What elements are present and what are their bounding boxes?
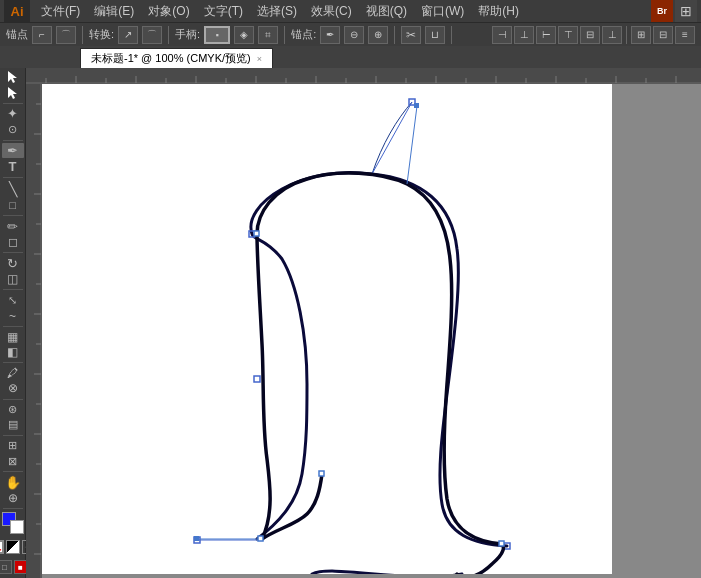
ruler-left (26, 84, 42, 578)
color-swatches: ⊘ □ ■ (2, 512, 24, 574)
menu-effect[interactable]: 效果(C) (304, 1, 359, 22)
tool-separator-2 (3, 140, 23, 141)
tool-separator-9 (3, 399, 23, 400)
handle-btn1[interactable]: ◈ (234, 26, 254, 44)
scissors-btn[interactable]: ✂ (401, 26, 421, 44)
selection-tool[interactable] (2, 70, 24, 84)
anchor-label: 锚点 (6, 27, 28, 42)
menu-window[interactable]: 窗口(W) (414, 1, 471, 22)
warp-tool[interactable]: ~ (2, 308, 24, 322)
hand-tool[interactable]: ✋ (2, 475, 24, 490)
anchor-smooth-btn[interactable]: ⌒ (56, 26, 76, 44)
anchor-type-btn[interactable]: ✒ (320, 26, 340, 44)
anchor-corner-btn[interactable]: ⌐ (32, 26, 52, 44)
align-middle-btn[interactable]: ⊟ (580, 26, 600, 44)
magic-wand-tool[interactable]: ✦ (2, 106, 24, 121)
rotate-tool[interactable]: ↻ (2, 256, 24, 271)
mirror-tool[interactable]: ◫ (2, 272, 24, 286)
main-area: ✦ ⊙ ✒ T ╲ □ ✏ ◻ ↻ ◫ ⤡ ~ ▦ ◧ 🖍 ⊗ ⊛ ▤ ⊞ ⊠ … (0, 68, 701, 578)
handle-btn2[interactable]: ⌗ (258, 26, 278, 44)
distribute-v-btn[interactable]: ⊟ (653, 26, 673, 44)
canvas-document[interactable] (42, 84, 612, 574)
symbol-tool[interactable]: ⊛ (2, 402, 24, 416)
align-center-btn[interactable]: ⊥ (514, 26, 534, 44)
eyedropper-tool[interactable]: 🖍 (2, 366, 24, 380)
menu-view[interactable]: 视图(Q) (359, 1, 414, 22)
scale-tool[interactable]: ⤡ (2, 293, 24, 307)
align-top-btn[interactable]: ⊤ (558, 26, 578, 44)
tool-separator-1 (3, 103, 23, 104)
eraser-tool[interactable]: ◻ (2, 235, 24, 249)
rect-tool[interactable]: □ (2, 198, 24, 212)
pen-tool[interactable]: ✒ (2, 143, 24, 158)
menu-bar: Ai 文件(F) 编辑(E) 对象(O) 文字(T) 选择(S) 效果(C) 视… (0, 0, 701, 22)
zoom-tool[interactable]: ⊕ (2, 491, 24, 505)
handle-label: 手柄: (175, 27, 200, 42)
tool-separator-5 (3, 252, 23, 253)
ruler-top (26, 68, 701, 84)
anchor-remove-btn[interactable]: ⊖ (344, 26, 364, 44)
none-icon[interactable] (0, 540, 4, 554)
more-btn[interactable]: ≡ (675, 26, 695, 44)
menu-select[interactable]: 选择(S) (250, 1, 304, 22)
column-graph-tool[interactable]: ▤ (2, 418, 24, 432)
workspace-icon[interactable]: ⊞ (675, 0, 697, 22)
align-bottom-btn[interactable]: ⊥ (602, 26, 622, 44)
divider5 (451, 26, 452, 44)
tool-separator-6 (3, 289, 23, 290)
anchor-add-btn[interactable]: ⊕ (368, 26, 388, 44)
screen-mode-row: □ ■ (0, 560, 28, 574)
transform-label: 转换: (89, 27, 114, 42)
align-left-btn[interactable]: ⊣ (492, 26, 512, 44)
app-logo: Ai (4, 0, 30, 22)
stroke-fill-indicator[interactable] (2, 512, 24, 534)
tool-separator-12 (3, 508, 23, 509)
slice-tool[interactable]: ⊠ (2, 454, 24, 468)
canvas-area (26, 68, 701, 578)
tool-separator-10 (3, 435, 23, 436)
type-tool[interactable]: T (2, 159, 24, 174)
menu-file[interactable]: 文件(F) (34, 1, 87, 22)
divider6 (626, 26, 627, 44)
tool-separator-7 (3, 326, 23, 327)
tool-separator-4 (3, 215, 23, 216)
bridge-icon[interactable]: Br (651, 0, 673, 22)
tool-separator-11 (3, 471, 23, 472)
lasso-tool[interactable]: ⊙ (2, 122, 24, 136)
line-tool[interactable]: ╲ (2, 181, 24, 197)
divider4 (394, 26, 395, 44)
menu-help[interactable]: 帮助(H) (471, 1, 526, 22)
menu-text[interactable]: 文字(T) (197, 1, 250, 22)
svg-marker-0 (8, 71, 17, 83)
graph-tool[interactable]: ▦ (2, 329, 24, 343)
menu-edit[interactable]: 编辑(E) (87, 1, 141, 22)
gradient-swatch[interactable] (6, 540, 20, 554)
blend-tool[interactable]: ⊗ (2, 381, 24, 395)
transform-btn2[interactable]: ⌒ (142, 26, 162, 44)
tab-bar: 未标题-1* @ 100% (CMYK/预览) × (0, 46, 701, 68)
tab-title: 未标题-1* @ 100% (CMYK/预览) (91, 51, 251, 66)
direct-selection-tool[interactable] (2, 85, 24, 99)
anchor2-label: 锚点: (291, 27, 316, 42)
normal-mode-btn[interactable]: □ (0, 560, 12, 574)
menu-object[interactable]: 对象(O) (141, 1, 196, 22)
divider2 (168, 26, 169, 44)
divider1 (82, 26, 83, 44)
transform-btn1[interactable]: ↗ (118, 26, 138, 44)
distribute-h-btn[interactable]: ⊞ (631, 26, 651, 44)
left-toolbar: ✦ ⊙ ✒ T ╲ □ ✏ ◻ ↻ ◫ ⤡ ~ ▦ ◧ 🖍 ⊗ ⊛ ▤ ⊞ ⊠ … (0, 68, 26, 578)
tool-separator-3 (3, 177, 23, 178)
align-right-btn[interactable]: ⊢ (536, 26, 556, 44)
options-bar: 锚点 ⌐ ⌒ 转换: ↗ ⌒ 手柄: ▪ ◈ ⌗ 锚点: ✒ ⊖ ⊕ ✂ ⊔ ⊣… (0, 22, 701, 46)
pencil-tool[interactable]: ✏ (2, 219, 24, 234)
divider3 (284, 26, 285, 44)
artboard-tool[interactable]: ⊞ (2, 439, 24, 453)
stroke-swatch[interactable] (10, 520, 24, 534)
tool-separator-8 (3, 362, 23, 363)
connect-btn[interactable]: ⊔ (425, 26, 445, 44)
tab-close-btn[interactable]: × (257, 54, 262, 64)
gradient-tool[interactable]: ◧ (2, 345, 24, 359)
svg-marker-1 (8, 87, 17, 99)
document-tab[interactable]: 未标题-1* @ 100% (CMYK/预览) × (80, 48, 273, 68)
handle-box1[interactable]: ▪ (204, 26, 230, 44)
